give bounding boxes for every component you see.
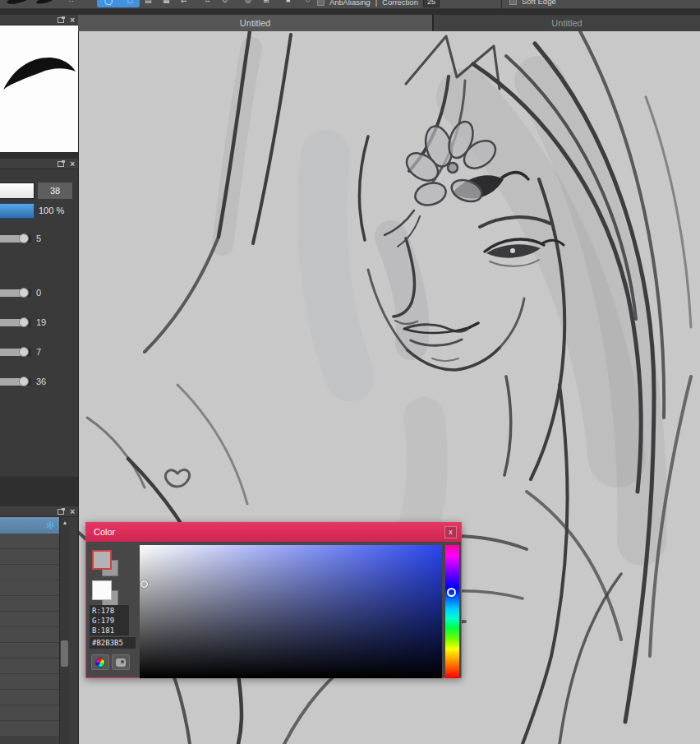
layer-row[interactable]: [0, 674, 59, 690]
layer-row[interactable]: [0, 705, 59, 721]
slider-track[interactable]: [0, 289, 31, 297]
rotate-tool-icon[interactable]: ↺: [222, 0, 228, 5]
target-tool-icon[interactable]: ◎: [245, 0, 251, 5]
brush-opacity-value: 100 %: [39, 203, 64, 219]
swap-tool-icon[interactable]: ⇄: [181, 0, 187, 5]
ellipse-tool-icon[interactable]: ◯: [104, 0, 113, 5]
layer-row[interactable]: [0, 596, 59, 612]
left-sidebar: × × 38 100 % 5 0: [0, 9, 78, 744]
slider-knob[interactable]: [19, 347, 29, 357]
antialiasing-checkbox[interactable]: [317, 0, 325, 6]
brush-size-bar[interactable]: [0, 183, 35, 199]
slider-value: 36: [36, 376, 46, 387]
soft-edge-checkbox[interactable]: [509, 0, 517, 5]
pressure-curve-icon[interactable]: [7, 0, 29, 5]
close-icon[interactable]: ×: [70, 16, 75, 25]
popout-icon[interactable]: [58, 161, 64, 167]
layer-tool-icon[interactable]: ▤: [145, 0, 152, 5]
close-button[interactable]: x: [444, 526, 457, 538]
rgb-readout: R:178 G:179 B:181: [90, 605, 129, 635]
color-dialog-titlebar[interactable]: Color: [86, 523, 461, 542]
slider-knob[interactable]: [19, 233, 29, 243]
grid-tool-icon[interactable]: ▦: [163, 0, 170, 5]
background-color-swatch[interactable]: [92, 580, 112, 600]
layers-panel-header[interactable]: ×: [0, 506, 78, 517]
rgb-g: G:179: [92, 616, 127, 626]
layer-row[interactable]: [0, 643, 59, 659]
layers-panel-filler: [69, 517, 78, 744]
canvas-artwork[interactable]: Color x R:178 G:179 B:181 #B2B3B5: [78, 31, 700, 744]
layers-scrollbar[interactable]: ▲: [59, 517, 69, 744]
brush-stroke-swoosh: [0, 25, 78, 152]
correction-label: Correction: [382, 0, 418, 7]
foreground-color-swatch[interactable]: [92, 550, 112, 570]
brush-preview-panel-header[interactable]: ×: [0, 15, 78, 25]
rgb-r: R:178: [92, 606, 127, 616]
soft-edge-cluster: Soft Edge: [509, 0, 556, 6]
brush-slider-row: 19: [0, 317, 78, 328]
toolbar-separator: [501, 0, 502, 9]
move-tool-icon[interactable]: ↔: [204, 0, 211, 5]
color-dialog: Color x R:178 G:179 B:181 #B2B3B5: [85, 522, 462, 678]
tab-untitled-inactive[interactable]: Untitled: [434, 15, 700, 31]
slider-track[interactable]: [0, 319, 31, 326]
active-tool-group[interactable]: ◯ □: [97, 0, 140, 7]
picker-marker[interactable]: [140, 580, 148, 588]
slider-knob[interactable]: [19, 288, 29, 298]
slider-value: 19: [36, 317, 46, 328]
brush-slider-row: 0: [0, 287, 78, 298]
antialiasing-cluster: AntiAliasing | Correction 25: [317, 0, 440, 7]
close-icon[interactable]: ×: [70, 160, 75, 169]
slider-knob[interactable]: [19, 377, 29, 386]
texture-grid-icon[interactable]: ∷: [69, 0, 74, 5]
brush-size-value[interactable]: 38: [38, 183, 72, 199]
hue-bar[interactable]: [445, 545, 459, 678]
slider-value: 5: [36, 233, 41, 244]
pressure-curve-icon[interactable]: [36, 0, 53, 5]
layer-row[interactable]: [0, 627, 59, 643]
slider-track[interactable]: [0, 349, 31, 356]
tab-untitled-active[interactable]: Untitled: [78, 15, 433, 31]
layers-list: [0, 534, 59, 737]
palette-button[interactable]: [112, 654, 130, 670]
gear-icon[interactable]: [45, 520, 55, 530]
brush-stroke-preview: [0, 25, 78, 152]
layer-row[interactable]: [0, 721, 59, 737]
layer-row[interactable]: [0, 690, 59, 705]
rgb-b: B:181: [92, 626, 127, 635]
document-tabbar: Untitled Untitled: [78, 15, 700, 31]
toolbar-divider: |: [375, 0, 377, 7]
hue-marker[interactable]: [447, 588, 456, 597]
close-icon[interactable]: ×: [70, 508, 75, 516]
layer-row-selected[interactable]: [0, 517, 59, 534]
correction-value[interactable]: 25: [423, 0, 440, 7]
layers-panel: ▲: [0, 517, 78, 744]
top-toolbar: ∷ ◯ □ ▤ ▦ ⇄ ↔ ↺ ◎ ⊞ ■ ○ AntiAliasing | C…: [0, 0, 700, 9]
layer-row[interactable]: [0, 580, 59, 596]
soft-edge-label: Soft Edge: [522, 0, 556, 6]
popout-icon[interactable]: [58, 509, 64, 515]
slider-track[interactable]: [0, 378, 31, 386]
layer-row[interactable]: [0, 565, 59, 580]
expand-tool-icon[interactable]: ⊞: [263, 0, 269, 5]
palette-icon: [116, 659, 126, 667]
brush-opacity-bar[interactable]: [0, 203, 35, 219]
slider-track[interactable]: [0, 235, 31, 243]
fill-tool-icon[interactable]: ■: [286, 0, 290, 5]
slider-value: 7: [36, 346, 41, 358]
color-wheel-icon: [95, 658, 105, 668]
layer-row[interactable]: [0, 659, 59, 674]
scrollbar-thumb[interactable]: [61, 640, 68, 667]
popout-icon[interactable]: [58, 17, 64, 23]
slider-knob[interactable]: [19, 317, 29, 327]
circle-tool-icon[interactable]: ○: [306, 0, 310, 5]
brush-slider-row: 7: [0, 346, 78, 358]
layer-row[interactable]: [0, 612, 59, 627]
layer-row[interactable]: [0, 534, 59, 549]
color-wheel-button[interactable]: [91, 654, 109, 670]
layer-row[interactable]: [0, 549, 59, 565]
shape-tool-icon[interactable]: □: [127, 0, 131, 5]
brush-slider-row: 5: [0, 233, 78, 244]
saturation-value-picker[interactable]: [140, 545, 442, 678]
brush-settings-panel-header[interactable]: ×: [0, 159, 78, 169]
